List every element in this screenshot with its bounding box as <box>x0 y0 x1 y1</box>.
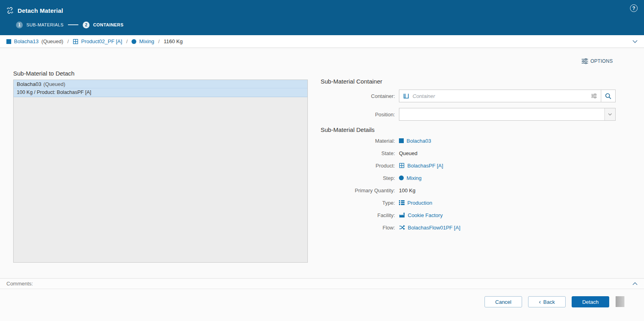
material-icon <box>399 138 404 143</box>
sub-material-panel-title: Sub-Material to Detach <box>13 70 308 77</box>
list-item-header: Bolacha03 (Queued) <box>14 80 307 88</box>
detail-row-step: Step: Mixing <box>321 174 618 181</box>
wizard-step-containers[interactable]: 2 CONTAINERS <box>83 22 124 28</box>
position-label: Position: <box>321 112 399 118</box>
step-link[interactable]: Mixing <box>399 175 422 181</box>
sub-material-panel: Sub-Material to Detach Bolacha03 (Queued… <box>13 70 308 263</box>
detail-label: Primary Quantity: <box>321 187 399 193</box>
detail-value-text: 100 Kg <box>399 187 415 193</box>
container-row: Container: <box>321 90 618 102</box>
detach-button[interactable]: Detach <box>572 296 609 307</box>
product-link[interactable]: BolachasPF [A] <box>399 163 443 169</box>
container-label: Container: <box>321 93 399 99</box>
product-icon <box>73 39 78 44</box>
breadcrumb-material-link[interactable]: Bolacha13 <box>14 38 38 44</box>
comments-label: Comments: <box>6 281 33 287</box>
detail-label: Type: <box>321 200 399 206</box>
dropdown-chevron-icon <box>608 113 612 116</box>
detail-value-text: Production <box>407 200 432 206</box>
step-number: 2 <box>83 22 90 28</box>
breadcrumb: Bolacha13 (Queued) / Product02_PF [A] / … <box>0 35 644 48</box>
facility-link[interactable]: Cookie Factory <box>399 212 443 218</box>
breadcrumb-separator: / <box>158 38 160 44</box>
flow-icon <box>399 225 405 230</box>
options-button[interactable]: OPTIONS <box>582 58 613 64</box>
position-row: Position: <box>321 108 618 121</box>
scrollbar-thumb[interactable] <box>616 296 624 307</box>
primary-quantity-value: 100 Kg <box>399 187 415 193</box>
container-field <box>399 90 616 102</box>
options-icon <box>582 58 588 64</box>
breadcrumb-step-link[interactable]: Mixing <box>139 38 154 44</box>
detail-value-text: BolachasFlow01PF [A] <box>408 225 461 231</box>
state-value: Queued <box>399 150 417 156</box>
detail-label: Step: <box>321 175 399 181</box>
chevron-up-icon[interactable] <box>632 282 638 285</box>
cancel-label: Cancel <box>495 299 511 305</box>
material-link[interactable]: Bolacha03 <box>399 138 431 144</box>
list-item-details: 100 Kg / Product: BolachasPF [A] <box>14 88 307 97</box>
detail-value-text: Bolacha03 <box>407 138 431 144</box>
breadcrumb-separator: / <box>126 38 128 44</box>
detail-value-text: Queued <box>399 150 417 156</box>
help-icon[interactable]: ? <box>630 4 638 12</box>
type-icon <box>399 200 405 205</box>
step-icon <box>399 175 404 180</box>
back-chevron-icon: ‹ <box>539 299 541 305</box>
detail-row-product: Product: BolachasPF [A] <box>321 162 618 169</box>
list-item-state: (Queued) <box>43 81 65 87</box>
container-icon <box>403 93 409 99</box>
step-connector <box>68 24 78 25</box>
page-title: Detach Material <box>18 7 63 14</box>
detail-row-facility: Facility: Cookie Factory <box>321 211 618 219</box>
detail-row-primary-quantity: Primary Quantity: 100 Kg <box>321 187 618 194</box>
container-section-title: Sub-Material Container <box>321 78 618 85</box>
list-item-name: Bolacha03 <box>17 81 41 87</box>
detail-value-text: Cookie Factory <box>408 212 443 218</box>
comments-bar: Comments: <box>0 278 644 289</box>
details-section-title: Sub-Material Details <box>321 126 618 133</box>
container-panel: Sub-Material Container Container: <box>321 78 618 236</box>
back-label: Back <box>543 299 555 305</box>
material-icon <box>6 39 11 44</box>
container-input[interactable] <box>412 90 587 102</box>
chevron-down-icon[interactable] <box>632 40 638 43</box>
detail-value-text: BolachasPF [A] <box>407 163 443 169</box>
step-label: CONTAINERS <box>93 22 124 27</box>
step-icon <box>132 39 136 44</box>
step-label: SUB-MATERIALS <box>26 22 64 27</box>
help-glyph: ? <box>632 6 635 11</box>
detail-row-type: Type: Production <box>321 199 618 206</box>
main-content: OPTIONS Sub-Material to Detach Bolacha03… <box>0 48 644 278</box>
header: Detach Material ? 1 SUB-MATERIALS 2 CONT… <box>0 0 644 35</box>
search-button[interactable] <box>601 90 615 102</box>
footer: Cancel ‹ Back Detach <box>0 289 644 321</box>
detail-row-flow: Flow: BolachasFlow01PF [A] <box>321 224 618 231</box>
detail-row-state: State: Queued <box>321 150 618 157</box>
detail-label: Product: <box>321 163 399 169</box>
list-item[interactable]: Bolacha03 (Queued) 100 Kg / Product: Bol… <box>14 80 307 97</box>
position-select[interactable] <box>399 108 616 121</box>
filter-icon[interactable] <box>591 94 597 98</box>
detail-row-material: Material: Bolacha03 <box>321 137 618 144</box>
breadcrumb-product-link[interactable]: Product02_PF [A] <box>81 38 122 44</box>
detail-label: State: <box>321 150 399 156</box>
wizard-steps: 1 SUB-MATERIALS 2 CONTAINERS <box>0 18 644 32</box>
cancel-button[interactable]: Cancel <box>484 296 522 307</box>
detach-icon <box>6 7 14 14</box>
detach-material-window: Detach Material ? 1 SUB-MATERIALS 2 CONT… <box>0 0 644 321</box>
sub-material-list: Bolacha03 (Queued) 100 Kg / Product: Bol… <box>13 80 308 263</box>
detail-value-text: Mixing <box>407 175 422 181</box>
position-dropdown-button[interactable] <box>604 108 615 120</box>
search-icon <box>605 93 612 100</box>
detach-label: Detach <box>582 299 598 305</box>
breadcrumb-separator: / <box>67 38 69 44</box>
wizard-step-sub-materials[interactable]: 1 SUB-MATERIALS <box>16 22 64 28</box>
back-button[interactable]: ‹ Back <box>528 296 566 307</box>
options-label: OPTIONS <box>590 58 613 64</box>
detail-label: Facility: <box>321 212 399 218</box>
flow-link[interactable]: BolachasFlow01PF [A] <box>399 225 461 231</box>
type-link[interactable]: Production <box>399 200 432 206</box>
breadcrumb-material-state: (Queued) <box>41 38 63 44</box>
step-number: 1 <box>16 22 23 28</box>
